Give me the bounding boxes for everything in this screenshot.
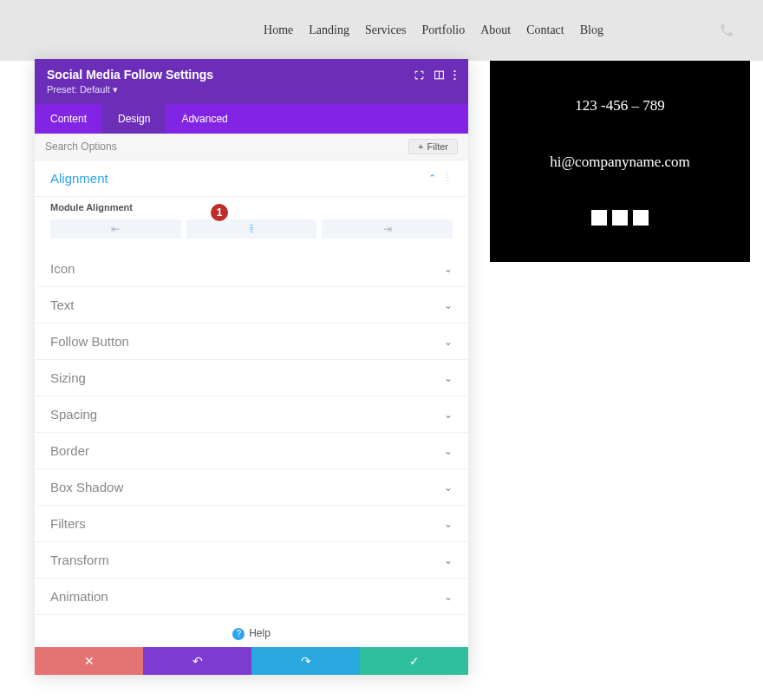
- section-sizing[interactable]: Sizing⌄: [35, 360, 468, 396]
- main-nav: Home Landing Services Portfolio About Co…: [117, 0, 750, 61]
- section-icon[interactable]: Icon⌄: [35, 251, 468, 287]
- chevron-down-icon: ⌄: [444, 263, 453, 275]
- tab-content[interactable]: Content: [35, 104, 102, 134]
- module-alignment-label: Module Alignment: [50, 202, 453, 213]
- sections-list: Alignment ⌃ ⋮ Module Alignment 1 ⇤ ⦙⦙ ⇥ …: [35, 160, 468, 647]
- alignment-buttons: 1 ⇤ ⦙⦙ ⇥: [50, 219, 453, 239]
- align-right-button[interactable]: ⇥: [322, 219, 453, 239]
- chevron-down-icon: ⌄: [444, 481, 453, 494]
- section-box-shadow[interactable]: Box Shadow⌄: [35, 469, 468, 506]
- more-menu-icon[interactable]: [453, 69, 456, 81]
- section-transform[interactable]: Transform⌄: [35, 542, 468, 579]
- section-border[interactable]: Border⌄: [35, 433, 468, 469]
- chevron-down-icon: ⌄: [444, 336, 453, 348]
- chevron-down-icon: ⌄: [444, 299, 453, 311]
- section-alignment[interactable]: Alignment ⌃ ⋮: [35, 160, 468, 197]
- modal-header[interactable]: Social Media Follow Settings Preset: Def…: [35, 59, 468, 104]
- more-icon[interactable]: ⋮: [443, 173, 453, 184]
- social-icon-1[interactable]: [591, 210, 607, 226]
- section-text[interactable]: Text⌄: [35, 287, 468, 324]
- section-animation[interactable]: Animation⌄: [35, 579, 468, 615]
- expand-icon[interactable]: [414, 69, 425, 81]
- undo-button[interactable]: ↶: [143, 647, 251, 675]
- redo-button[interactable]: ↷: [251, 647, 360, 675]
- modal-footer: ✕ ↶ ↷ ✓: [35, 647, 468, 675]
- chevron-down-icon: ⌄: [444, 445, 453, 457]
- align-left-button[interactable]: ⇤: [50, 219, 181, 239]
- search-row: Search Options +Filter: [35, 134, 468, 160]
- search-input[interactable]: Search Options: [45, 141, 117, 153]
- check-icon: ✓: [409, 654, 420, 668]
- undo-icon: ↶: [192, 654, 203, 668]
- section-filters[interactable]: Filters⌄: [35, 506, 468, 542]
- svg-point-3: [453, 74, 455, 75]
- columns-icon[interactable]: [434, 69, 445, 81]
- social-icon-2[interactable]: [612, 210, 628, 226]
- social-icons-row: [591, 210, 649, 226]
- nav-landing[interactable]: Landing: [309, 23, 349, 37]
- save-button[interactable]: ✓: [360, 647, 468, 675]
- annotation-badge-1: 1: [211, 204, 228, 221]
- top-navbar: Home Landing Services Portfolio About Co…: [117, 0, 750, 61]
- nav-services[interactable]: Services: [365, 23, 406, 37]
- modal-title: Social Media Follow Settings: [47, 68, 213, 82]
- help-link[interactable]: ?Help: [35, 615, 468, 647]
- section-follow-button[interactable]: Follow Button⌄: [35, 324, 468, 360]
- nav-blog[interactable]: Blog: [580, 23, 603, 37]
- close-icon: ✕: [84, 654, 95, 668]
- nav-home[interactable]: Home: [264, 23, 293, 37]
- plus-icon: +: [418, 141, 423, 152]
- align-right-icon: ⇥: [383, 223, 392, 235]
- filter-button[interactable]: +Filter: [408, 139, 458, 154]
- preset-dropdown[interactable]: Preset: Default ▾: [47, 84, 213, 95]
- settings-modal: Social Media Follow Settings Preset: Def…: [35, 59, 468, 675]
- svg-point-2: [453, 70, 455, 72]
- align-left-icon: ⇤: [111, 223, 120, 235]
- alignment-body: Module Alignment 1 ⇤ ⦙⦙ ⇥: [35, 197, 468, 251]
- tab-design[interactable]: Design: [102, 104, 166, 134]
- chevron-down-icon: ⌄: [444, 518, 453, 530]
- nav-about[interactable]: About: [480, 23, 511, 37]
- section-spacing[interactable]: Spacing⌄: [35, 396, 468, 433]
- chevron-down-icon: ⌄: [444, 554, 453, 566]
- tab-advanced[interactable]: Advanced: [166, 104, 243, 134]
- chevron-down-icon: ⌄: [444, 409, 453, 421]
- contact-email: hi@companyname.com: [550, 154, 690, 171]
- nav-contact[interactable]: Contact: [526, 23, 564, 37]
- chevron-down-icon: ▾: [113, 84, 118, 95]
- svg-point-4: [453, 78, 455, 80]
- social-icon-3[interactable]: [633, 210, 649, 226]
- cancel-button[interactable]: ✕: [35, 647, 143, 675]
- chevron-down-icon: ⌄: [444, 591, 453, 603]
- chevron-up-icon: ⌃: [428, 173, 436, 184]
- align-center-icon: ⦙⦙: [250, 223, 253, 235]
- align-center-button[interactable]: ⦙⦙: [186, 219, 317, 239]
- help-icon: ?: [232, 628, 245, 640]
- phone-icon: [719, 23, 734, 38]
- contact-phone: 123 -456 – 789: [575, 97, 664, 114]
- chevron-down-icon: ⌄: [444, 372, 453, 384]
- nav-portfolio[interactable]: Portfolio: [421, 23, 465, 37]
- footer-contact-panel: 123 -456 – 789 hi@companyname.com: [490, 61, 750, 262]
- redo-icon: ↷: [301, 654, 311, 668]
- modal-tabs: Content Design Advanced: [35, 104, 468, 134]
